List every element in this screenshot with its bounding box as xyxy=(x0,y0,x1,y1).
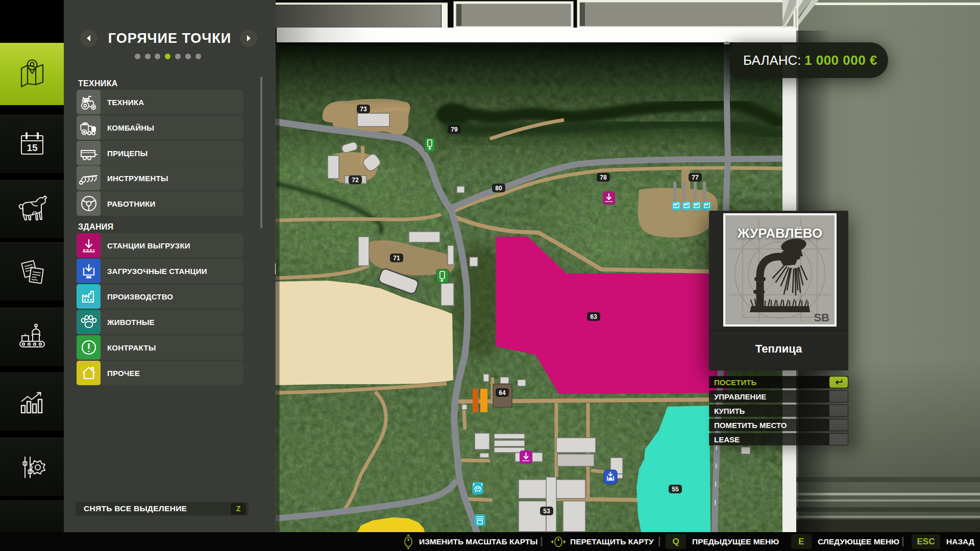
svg-text:71: 71 xyxy=(393,255,400,262)
svg-text:78: 78 xyxy=(600,174,607,181)
svg-text:15: 15 xyxy=(27,142,38,153)
svg-text:73: 73 xyxy=(360,106,367,113)
svg-text:55: 55 xyxy=(672,486,679,493)
svg-text:80: 80 xyxy=(495,185,502,192)
svg-text:79: 79 xyxy=(451,126,458,133)
svg-text:72: 72 xyxy=(352,177,359,184)
svg-text:64: 64 xyxy=(499,389,506,396)
svg-text:53: 53 xyxy=(543,508,550,515)
svg-text:63: 63 xyxy=(590,313,597,320)
svg-text:ЖУРАВЛЁВО: ЖУРАВЛЁВО xyxy=(737,226,822,241)
svg-text:77: 77 xyxy=(692,174,699,181)
svg-text:SB: SB xyxy=(814,311,829,324)
